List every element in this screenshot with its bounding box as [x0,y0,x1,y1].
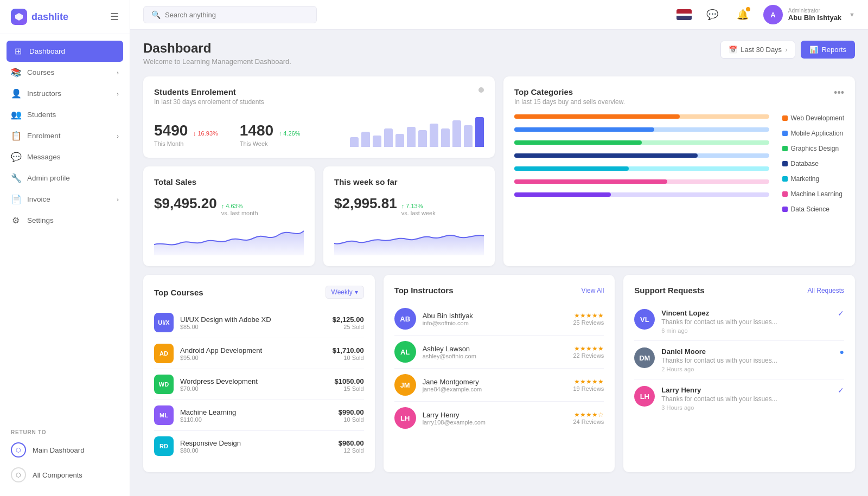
this-week-value: $2,995.81 [334,195,397,212]
menu-toggle[interactable]: ☰ [110,11,119,23]
page-subtitle: Welcome to Learning Management Dashboard… [143,57,291,66]
top-courses-card: Top Courses Weekly ▾ UI/X UI/UX Design w… [143,275,375,472]
view-all-link[interactable]: View All [582,287,604,294]
total-sales-card: Total Sales $9,495.20 ↑ 4.63% vs. last m… [143,166,315,266]
user-name: Abu Bin Ishtyak [788,14,841,22]
sidebar-item-dashboard[interactable]: ⊞ Dashboard [7,41,123,62]
chevron-down-icon: ▾ [355,288,358,296]
instructors-icon: 👤 [11,88,21,99]
search-bar[interactable]: 🔍 [143,6,317,23]
instructor-name: Larry Henry [423,411,567,419]
instructor-rating: ★★★★★ 22 Reviews [573,345,604,359]
chevron-icon: › [117,91,119,97]
hex-icon: ⬡ [11,442,26,458]
instructor-avatar: AL [394,341,416,363]
sidebar-item-invoice[interactable]: 📄 Invoice › [0,189,130,210]
sidebar-item-all-components[interactable]: ⬡ All Components [0,462,130,487]
instructor-name: Jane Montgomery [423,378,567,386]
support-message: Thanks for contact us with your issues..… [661,318,831,326]
settings-icon: ⚙ [11,215,21,226]
return-to-label: RETURN TO [0,422,130,437]
course-item: AD Android App Development $95.00 $1,710… [154,338,364,369]
sidebar-item-students[interactable]: 👥 Students [0,104,130,125]
course-amount: $960.00 [339,439,364,447]
support-name: Daniel Moore [661,347,833,356]
instructor-rating: ★★★★★ 19 Reviews [573,378,604,392]
date-filter-button[interactable]: 📅 Last 30 Days › [720,41,795,59]
course-info: Responsive Design $80.00 [180,439,332,454]
course-sold: 12 Sold [339,447,364,454]
sidebar-item-admin-profile[interactable]: 🔧 Admin profile [0,168,130,189]
total-sales-change: ↑ 4.63% [221,203,243,209]
sidebar-item-messages[interactable]: 💬 Messages [0,146,130,168]
sidebar-item-enrolment[interactable]: 📋 Enrolment › [0,125,130,146]
enrollment-bar [475,117,484,147]
support-card: Support Requests All Requests VL Vincent… [623,275,855,472]
course-revenue: $960.00 12 Sold [339,439,364,454]
categories-header: Top Categories In last 15 days buy and s… [514,87,844,106]
sidebar-item-settings[interactable]: ⚙ Settings [0,210,130,231]
course-name: Machine Learning [180,408,332,416]
star-rating: ★★★★★ [573,345,604,352]
enrollment-bar [464,125,473,147]
total-sales-chart [154,223,304,255]
sidebar-item-main-dashboard[interactable]: ⬡ Main Dashboard [0,437,130,462]
enrollment-bar [418,130,427,147]
instructor-email: larry108@example.com [423,419,567,426]
courses-filter[interactable]: Weekly ▾ [326,286,364,299]
category-name: Web Development [791,114,845,122]
support-list: VL Vincent Lopez Thanks for contact us w… [634,302,844,417]
enrollment-stats: 5490 ↓ 16.93% This Month 1480 ↑ 4.26% [154,114,484,147]
enrollment-bar [395,134,404,147]
instructor-avatar: JM [394,374,416,396]
chat-icon[interactable]: 💬 [703,5,722,24]
category-legend-item: Database [782,160,845,168]
total-sales-vs: vs. last month [221,210,258,216]
course-amount: $2,125.00 [333,315,364,324]
reviews-count: 22 Reviews [573,352,604,359]
sidebar-item-label: Students [27,111,56,119]
search-input[interactable] [165,11,309,19]
support-time: 2 Hours ago [661,366,833,372]
flag-icon[interactable] [676,9,692,20]
this-week-sales-card: This week so far $2,995.81 ↑ 7.13% vs. l… [323,166,495,266]
course-sold: 15 Sold [334,385,363,392]
course-badge: WD [154,375,174,394]
category-bar-row [514,114,769,119]
total-sales-title: Total Sales [154,177,304,186]
course-amount: $1,710.00 [333,346,364,355]
category-legend-item: Graphics Design [782,145,845,152]
more-icon[interactable]: ••• [834,87,844,99]
support-item: LH Larry Henry Thanks for contact us wit… [634,379,844,417]
all-requests-link[interactable]: All Requests [808,287,844,294]
sidebar-item-label: Admin profile [27,174,70,182]
legend-dot [782,146,788,151]
header-actions: 📅 Last 30 Days › 📊 Reports [720,41,855,59]
sidebar-item-label: Settings [27,216,54,224]
logo-icon [11,9,27,25]
course-info: Android App Development $95.00 [180,346,326,361]
enrollment-bar [384,128,393,147]
course-price: $95.00 [180,355,326,361]
instructor-item: AL Ashley Lawson ashley@softnio.com ★★★★… [394,336,604,369]
instructor-email: ashley@softnio.com [423,353,567,359]
support-header: Support Requests All Requests [634,286,844,295]
category-bar-row [514,140,769,145]
instructor-name: Abu Bin Ishtiyak [423,312,567,320]
sidebar-item-instructors[interactable]: 👤 Instructors › [0,83,130,104]
top-categories-card: Top Categories In last 15 days buy and s… [503,76,855,266]
sidebar-item-courses[interactable]: 📚 Courses › [0,62,130,83]
course-name: Responsive Design [180,439,332,447]
this-week-vs: vs. last week [401,210,436,216]
support-item: DM Daniel Moore Thanks for contact us wi… [634,341,844,379]
category-legend-item: Machine Learning [782,190,845,198]
instructor-info: Larry Henry larry108@example.com [423,411,567,426]
user-info[interactable]: A Administrator Abu Bin Ishtyak ▼ [763,5,855,24]
return-item-label: Main Dashboard [33,446,84,454]
notification-icon[interactable]: 🔔 [733,5,752,24]
enrollment-card: Students Enrolement In last 30 days enro… [143,76,495,158]
support-avatar: DM [634,347,655,368]
user-role: Administrator [788,8,841,14]
reports-button[interactable]: 📊 Reports [801,41,855,59]
enrollment-bar [361,132,370,147]
